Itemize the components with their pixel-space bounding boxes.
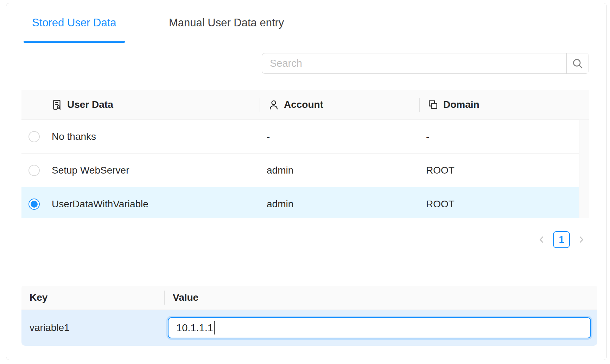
column-header-domain-label: Domain (443, 99, 479, 110)
column-header-value: Value (164, 292, 597, 303)
tab-stored-user-data-label: Stored User Data (32, 17, 116, 29)
column-header-account-label: Account (284, 99, 323, 110)
column-divider (419, 98, 420, 112)
tab-manual-user-data-entry-label: Manual User Data entry (169, 17, 284, 29)
text-cursor (214, 321, 215, 334)
column-header-user-data: User Data (21, 99, 260, 110)
cell-user-data: No thanks (21, 131, 260, 142)
pagination-current-page: 1 (559, 234, 564, 245)
cell-account: admin (260, 165, 419, 176)
account-icon (268, 99, 279, 110)
variable-key: variable1 (21, 322, 164, 333)
column-divider (164, 291, 165, 305)
table-row-userdatawithvariable[interactable]: UserDataWithVariable admin ROOT (21, 187, 589, 218)
user-data-table-body: No thanks - - Setup WebServer admin ROOT… (21, 120, 589, 218)
cell-domain: ROOT (419, 165, 589, 176)
user-data-table-header: User Data Account Domain (21, 90, 589, 120)
cell-domain: ROOT (419, 199, 589, 210)
search-icon (572, 58, 584, 70)
table-scrollbar-gutter[interactable] (579, 120, 589, 218)
column-header-account: Account (260, 99, 419, 110)
chevron-left-icon (537, 235, 546, 244)
cell-domain: - (419, 131, 589, 142)
table-row-setup-webserver[interactable]: Setup WebServer admin ROOT (21, 154, 589, 187)
domain-icon (427, 99, 439, 110)
user-data-name: Setup WebServer (52, 165, 129, 176)
key-value-header: Key Value (21, 286, 597, 310)
variable-value-cell: 10.1.1.1 (164, 310, 597, 346)
pagination: 1 (536, 231, 586, 248)
search-group (262, 53, 589, 74)
variable-row: variable1 10.1.1.1 (21, 310, 597, 346)
radio-button-selected[interactable] (28, 199, 40, 210)
user-data-table: User Data Account Domain (21, 90, 589, 218)
radio-button[interactable] (28, 165, 40, 176)
cell-user-data: UserDataWithVariable (21, 199, 260, 210)
cell-account: admin (260, 199, 419, 210)
tab-bar: Stored User Data Manual User Data entry (6, 3, 606, 43)
value-input-text: 10.1.1.1 (176, 322, 213, 334)
tab-stored-user-data[interactable]: Stored User Data (24, 3, 125, 43)
chevron-right-icon (577, 235, 586, 244)
cell-user-data: Setup WebServer (21, 165, 260, 176)
user-data-name: No thanks (52, 131, 96, 142)
column-header-user-data-label: User Data (67, 99, 113, 110)
cell-account: - (260, 131, 419, 142)
user-data-name: UserDataWithVariable (52, 199, 148, 210)
search-input[interactable] (262, 53, 566, 73)
table-row-no-thanks[interactable]: No thanks - - (21, 120, 589, 154)
column-header-domain: Domain (419, 99, 589, 110)
value-input[interactable]: 10.1.1.1 (168, 317, 591, 338)
pagination-next-button[interactable] (576, 231, 586, 248)
pagination-page-1[interactable]: 1 (553, 231, 570, 248)
tab-manual-user-data-entry[interactable]: Manual User Data entry (160, 3, 292, 43)
stored-user-data-panel: Stored User Data Manual User Data entry (6, 3, 607, 360)
user-data-icon (51, 99, 63, 110)
column-divider (260, 98, 260, 112)
active-tab-indicator (24, 41, 125, 43)
key-value-table: Key Value variable1 10.1.1.1 (21, 286, 597, 346)
search-button[interactable] (566, 53, 589, 73)
radio-button[interactable] (28, 131, 40, 142)
column-header-key: Key (21, 292, 164, 303)
pagination-prev-button[interactable] (536, 231, 547, 248)
